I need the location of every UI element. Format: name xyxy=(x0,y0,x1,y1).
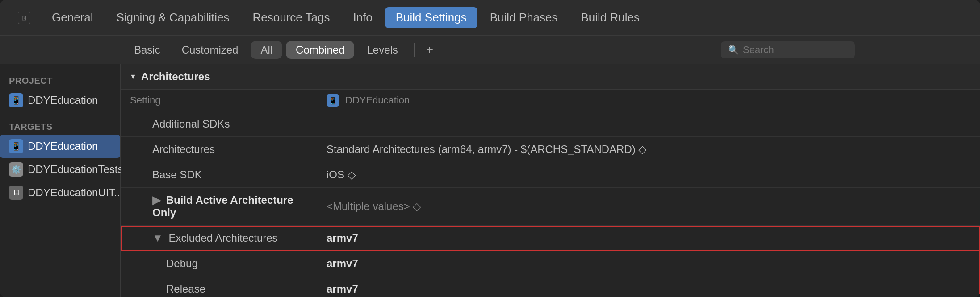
search-icon: 🔍 xyxy=(728,45,739,55)
excluded-arch-value: armv7 xyxy=(318,226,980,251)
tab-general[interactable]: General xyxy=(41,7,104,28)
table-row[interactable]: Release armv7 xyxy=(121,276,980,297)
build-active-arch-label: Build Active Architecture Only xyxy=(152,194,293,219)
table-row[interactable]: ▼ Excluded Architectures armv7 xyxy=(121,226,980,251)
table-row[interactable]: ▶ Build Active Architecture Only <Multip… xyxy=(121,188,980,226)
additional-sdks-value xyxy=(318,111,980,137)
settings-table: Setting 📱 DDYEducation Additional SDKs xyxy=(121,90,980,297)
tab-build-phases[interactable]: Build Phases xyxy=(479,7,569,28)
toolbar-basic-button[interactable]: Basic xyxy=(125,41,169,59)
toolbar: Basic Customized All Combined Levels + 🔍 xyxy=(0,36,980,64)
tab-build-settings[interactable]: Build Settings xyxy=(385,7,477,28)
toolbar-separator xyxy=(414,43,415,57)
target-header-label: DDYEducation xyxy=(345,95,410,106)
tab-signing[interactable]: Signing & Capabilities xyxy=(106,7,240,28)
col-setting-header: Setting xyxy=(121,90,318,111)
toolbar-add-button[interactable]: + xyxy=(422,41,438,59)
toolbar-combined-button[interactable]: Combined xyxy=(286,41,354,59)
targets-section-label: TARGETS xyxy=(0,119,120,135)
build-active-arch-value: <Multiple values> ◇ xyxy=(318,188,980,226)
project-icon: 📱 xyxy=(9,93,23,107)
toolbar-all-button[interactable]: All xyxy=(251,41,282,59)
sidebar-item-ddyeducationtests[interactable]: ⚙️ DDYEducationTests xyxy=(0,158,120,181)
sidebar-toggle-icon: ⊡ xyxy=(21,14,27,21)
excluded-arch-setting: ▼ Excluded Architectures xyxy=(121,226,318,251)
release-setting: Release xyxy=(121,276,318,297)
sidebar-toggle-button[interactable]: ⊡ xyxy=(18,12,30,24)
table-row[interactable]: Additional SDKs xyxy=(121,111,980,137)
target-1-icon: ⚙️ xyxy=(9,162,23,177)
excluded-arch-label: Excluded Architectures xyxy=(168,232,277,244)
table-row[interactable]: Base SDK iOS ◇ xyxy=(121,162,980,188)
section-collapse-icon xyxy=(130,73,137,81)
project-item-label: DDYEducation xyxy=(28,94,98,107)
table-row[interactable]: Debug armv7 xyxy=(121,251,980,276)
search-input[interactable] xyxy=(743,44,832,56)
target-header-icon: 📱 xyxy=(327,94,339,107)
title-bar: ⊡ General Signing & Capabilities Resourc… xyxy=(0,0,980,36)
target-0-label: DDYEducation xyxy=(28,140,98,153)
release-value: armv7 xyxy=(318,276,980,297)
settings-content: Architectures Setting 📱 DDYEducation xyxy=(121,64,980,297)
architectures-section-header[interactable]: Architectures xyxy=(121,64,980,90)
sidebar-item-project[interactable]: 📱 DDYEducation xyxy=(0,89,120,112)
target-0-icon: 📱 xyxy=(9,139,23,153)
table-row[interactable]: Architectures Standard Architectures (ar… xyxy=(121,137,980,162)
target-2-label: DDYEducationUIT... xyxy=(28,186,123,199)
toolbar-customized-button[interactable]: Customized xyxy=(173,41,247,59)
base-sdk-setting: Base SDK xyxy=(121,162,318,188)
sidebar: PROJECT 📱 DDYEducation TARGETS 📱 DDYEduc… xyxy=(0,64,121,297)
sidebar-item-ddyeducation[interactable]: 📱 DDYEducation xyxy=(0,135,120,158)
sidebar-item-ddyeducationuit[interactable]: 🖥 DDYEducationUIT... xyxy=(0,181,120,204)
tab-info[interactable]: Info xyxy=(342,7,383,28)
toolbar-levels-button[interactable]: Levels xyxy=(358,41,406,59)
main-window: ⊡ General Signing & Capabilities Resourc… xyxy=(0,0,980,297)
col-target-header: 📱 DDYEducation xyxy=(318,90,980,111)
architectures-setting: Architectures xyxy=(121,137,318,162)
debug-setting: Debug xyxy=(121,251,318,276)
excluded-arch-expand-icon: ▼ xyxy=(152,232,163,244)
tab-resource-tags[interactable]: Resource Tags xyxy=(242,7,340,28)
debug-value: armv7 xyxy=(318,251,980,276)
project-section-label: PROJECT xyxy=(0,73,120,89)
search-box: 🔍 xyxy=(721,41,855,58)
tab-build-rules[interactable]: Build Rules xyxy=(570,7,651,28)
build-active-expand-icon: ▶ xyxy=(152,194,160,206)
main-content: PROJECT 📱 DDYEducation TARGETS 📱 DDYEduc… xyxy=(0,64,980,297)
target-1-label: DDYEducationTests xyxy=(28,163,123,176)
base-sdk-value: iOS ◇ xyxy=(318,162,980,188)
table-header-row: Setting 📱 DDYEducation xyxy=(121,90,980,111)
section-header-label: Architectures xyxy=(141,70,210,83)
architectures-value: Standard Architectures (arm64, armv7) - … xyxy=(318,137,980,162)
additional-sdks-setting: Additional SDKs xyxy=(121,111,318,137)
build-active-arch-setting: ▶ Build Active Architecture Only xyxy=(121,188,318,226)
target-2-icon: 🖥 xyxy=(9,186,23,200)
